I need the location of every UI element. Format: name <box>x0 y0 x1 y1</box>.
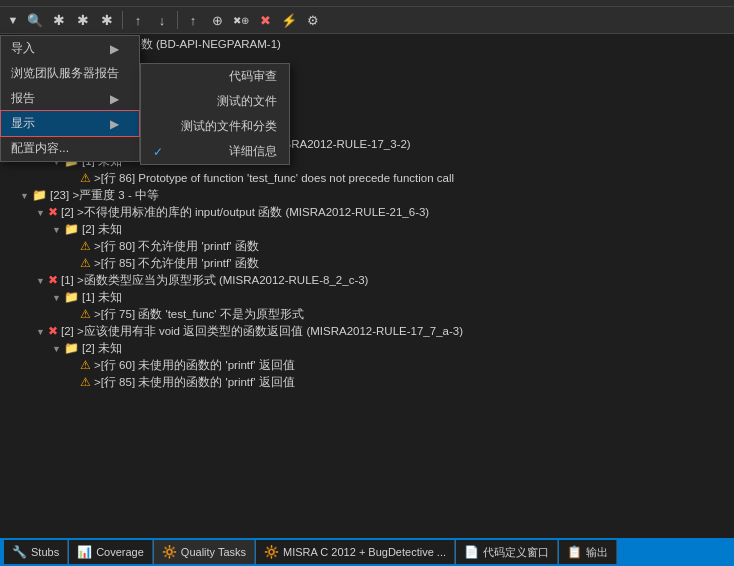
tree-item[interactable]: ⚠ >[行 75] 函数 'test_func' 不是为原型形式 <box>0 306 734 323</box>
main-window: ▼ 🔍 ✱ ✱ ✱ ↑ ↓ ↑ ⊕ ✖⊕ ✖ ⚡ ⚙ 导入 ▶ 浏览团队服务器报… <box>0 0 734 566</box>
item-icon: ✖ <box>48 273 58 287</box>
item-label: [1] >函数类型应当为原型形式 (MISRA2012-RULE-8_2_c-3… <box>61 273 368 288</box>
expand-button[interactable]: ↑ <box>182 9 204 31</box>
menu-display-label: 显示 <box>11 115 35 132</box>
expand-icon[interactable] <box>68 358 80 372</box>
menu-import[interactable]: 导入 ▶ <box>1 36 139 61</box>
expand-icon[interactable]: ▼ <box>36 205 48 219</box>
item-icon: ⚠ <box>80 375 91 389</box>
check-test-files-cat: ✓ <box>153 120 163 134</box>
filter-button[interactable]: ✖⊕ <box>230 9 252 31</box>
display-submenu: ✓ 代码审查 ✓ 测试的文件 ✓ 测试的文件和分类 ✓ 详细信息 <box>140 63 290 165</box>
expand-icon[interactable] <box>68 239 80 253</box>
submenu-test-files-label: 测试的文件 <box>217 93 277 110</box>
item-label: >[行 80] 不允许使用 'printf' 函数 <box>94 239 259 254</box>
expand-icon[interactable] <box>68 375 80 389</box>
search-button[interactable]: 🔍 <box>24 9 46 31</box>
item-label: >[行 85] 不允许使用 'printf' 函数 <box>94 256 259 271</box>
status-tab-5[interactable]: 📋输出 <box>559 540 617 564</box>
tree-item[interactable]: ▼ ✖ [1] >函数类型应当为原型形式 (MISRA2012-RULE-8_2… <box>0 272 734 289</box>
remove-button[interactable]: ✖ <box>254 9 276 31</box>
tree-item[interactable]: ⚠ >[行 85] 不允许使用 'printf' 函数 <box>0 255 734 272</box>
submenu-code-review-label: 代码审查 <box>229 68 277 85</box>
run-button[interactable]: ⚡ <box>278 9 300 31</box>
tree-item[interactable]: ⚠ >[行 60] 未使用的函数的 'printf' 返回值 <box>0 357 734 374</box>
status-tab-1[interactable]: 📊Coverage <box>69 540 153 564</box>
menu-display-arrow: ▶ <box>110 117 119 131</box>
menu-import-label: 导入 <box>11 40 35 57</box>
status-bar: 🔧Stubs📊Coverage🔆Quality Tasks🔆MISRA C 20… <box>0 538 734 566</box>
tree-item[interactable]: ▼ 📁 [1] 未知 <box>0 289 734 306</box>
status-tab-4[interactable]: 📄代码定义窗口 <box>456 540 558 564</box>
toolbar-btn-1[interactable]: ✱ <box>48 9 70 31</box>
tab-label: Coverage <box>96 546 144 558</box>
item-icon: ⚠ <box>80 358 91 372</box>
status-tab-0[interactable]: 🔧Stubs <box>4 540 68 564</box>
add-button[interactable]: ⊕ <box>206 9 228 31</box>
menu-browse-server-label: 浏览团队服务器报告 <box>11 65 119 82</box>
check-test-files: ✓ <box>153 95 163 109</box>
tab-icon: 🔧 <box>12 545 27 559</box>
expand-icon[interactable]: ▼ <box>36 324 48 338</box>
item-label: [2] 未知 <box>82 222 122 237</box>
tree-item[interactable]: ▼ ✖ [2] >不得使用标准的库的 input/output 函数 (MISR… <box>0 204 734 221</box>
dropdown-menu: 导入 ▶ 浏览团队服务器报告 报告 ▶ 显示 ▶ 配置内容... <box>0 35 140 162</box>
menu-import-arrow: ▶ <box>110 42 119 56</box>
submenu-detail-label: 详细信息 <box>229 143 277 160</box>
tree-item[interactable]: ⚠ >[行 86] Prototype of function 'test_fu… <box>0 170 734 187</box>
separator-1 <box>122 11 123 29</box>
tab-icon: 🔆 <box>162 545 177 559</box>
expand-icon[interactable]: ▼ <box>52 222 64 236</box>
item-icon: ⚠ <box>80 239 91 253</box>
tree-item[interactable]: ▼ 📁 [2] 未知 <box>0 340 734 357</box>
item-label: >[行 75] 函数 'test_func' 不是为原型形式 <box>94 307 304 322</box>
item-icon: 📁 <box>64 290 79 304</box>
tree-item[interactable]: ⚠ >[行 85] 未使用的函数的 'printf' 返回值 <box>0 374 734 391</box>
item-label: >[行 86] Prototype of function 'test_func… <box>94 171 454 186</box>
toolbar-btn-3[interactable]: ✱ <box>96 9 118 31</box>
item-icon: ⚠ <box>80 307 91 321</box>
tree-item[interactable]: ▼ ✖ [2] >应该使用有非 void 返回类型的函数返回值 (MISRA20… <box>0 323 734 340</box>
separator-2 <box>177 11 178 29</box>
expand-icon[interactable]: ▼ <box>36 273 48 287</box>
menu-display[interactable]: 显示 ▶ <box>1 111 139 136</box>
dropdown-button[interactable]: ▼ <box>4 9 22 31</box>
submenu-test-files-cat[interactable]: ✓ 测试的文件和分类 <box>141 114 289 139</box>
menu-configure[interactable]: 配置内容... <box>1 136 139 161</box>
tab-icon: 📊 <box>77 545 92 559</box>
tab-label: 输出 <box>586 545 608 560</box>
submenu-detail[interactable]: ✓ 详细信息 <box>141 139 289 164</box>
item-icon: ⚠ <box>80 171 91 185</box>
submenu-test-files[interactable]: ✓ 测试的文件 <box>141 89 289 114</box>
up-button[interactable]: ↑ <box>127 9 149 31</box>
menu-report[interactable]: 报告 ▶ <box>1 86 139 111</box>
menu-browse-server[interactable]: 浏览团队服务器报告 <box>1 61 139 86</box>
check-code-review: ✓ <box>153 70 163 84</box>
menu-report-label: 报告 <box>11 90 35 107</box>
settings-button[interactable]: ⚙ <box>302 9 324 31</box>
expand-icon[interactable]: ▼ <box>52 290 64 304</box>
toolbar-btn-2[interactable]: ✱ <box>72 9 94 31</box>
tree-item[interactable]: ▼ 📁 [2] 未知 <box>0 221 734 238</box>
expand-icon[interactable] <box>68 307 80 321</box>
item-label: [2] >应该使用有非 void 返回类型的函数返回值 (MISRA2012-R… <box>61 324 463 339</box>
tab-label: 代码定义窗口 <box>483 545 549 560</box>
down-button[interactable]: ↓ <box>151 9 173 31</box>
item-label: [2] 未知 <box>82 341 122 356</box>
submenu-code-review[interactable]: ✓ 代码审查 <box>141 64 289 89</box>
status-tab-2[interactable]: 🔆Quality Tasks <box>154 540 255 564</box>
item-icon: 📁 <box>64 222 79 236</box>
tab-icon: 🔆 <box>264 545 279 559</box>
expand-icon[interactable] <box>68 171 80 185</box>
item-label: >[行 85] 未使用的函数的 'printf' 返回值 <box>94 375 295 390</box>
expand-icon[interactable]: ▼ <box>52 341 64 355</box>
expand-icon[interactable] <box>68 256 80 270</box>
tree-item[interactable]: ⚠ >[行 80] 不允许使用 'printf' 函数 <box>0 238 734 255</box>
tree-item[interactable]: ▼ 📁 [23] >严重度 3 - 中等 <box>0 187 734 204</box>
status-tab-3[interactable]: 🔆MISRA C 2012 + BugDetective ... <box>256 540 455 564</box>
expand-icon[interactable]: ▼ <box>20 188 32 202</box>
tab-icon: 📄 <box>464 545 479 559</box>
submenu-test-files-cat-label: 测试的文件和分类 <box>181 118 277 135</box>
item-icon: 📁 <box>64 341 79 355</box>
menu-report-arrow: ▶ <box>110 92 119 106</box>
